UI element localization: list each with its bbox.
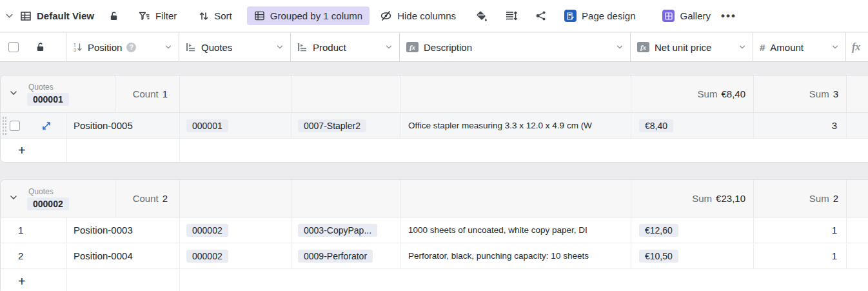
link-icon xyxy=(297,43,308,52)
column-header-net-unit-price[interactable]: fx Net unit price xyxy=(631,32,753,62)
row-head-cell[interactable]: 2 xyxy=(1,243,67,268)
column-header-amount[interactable]: # Amount xyxy=(753,32,846,62)
add-row-button[interactable]: + xyxy=(1,144,26,157)
table-row[interactable]: 1 Position-0003 000002 0003-CopyPap... 1… xyxy=(1,217,868,243)
cell-description[interactable]: Perforator, black, punching capacity: 10… xyxy=(400,243,631,268)
filter-button[interactable]: Filter xyxy=(139,10,177,21)
filter-icon xyxy=(139,11,150,21)
cell-product[interactable]: 0009-Perforator xyxy=(291,243,400,268)
cell-position[interactable]: Position-0004 xyxy=(67,243,180,268)
table-row[interactable]: Position-0005 000001 0007-Stapler2 Offic… xyxy=(1,113,868,139)
cell-product[interactable]: 0003-CopyPap... xyxy=(291,217,400,243)
paint-bucket-icon xyxy=(475,10,488,22)
cell-formula[interactable] xyxy=(847,243,868,268)
row-number: 2 xyxy=(18,250,23,261)
row-checkbox[interactable] xyxy=(10,121,20,131)
gallery-button[interactable]: Gallery xyxy=(662,10,711,22)
cell-quotes[interactable]: 000002 xyxy=(180,243,291,268)
column-menu-description[interactable] xyxy=(616,42,624,53)
group-sum-amount-cell[interactable]: Sum 3 xyxy=(754,75,847,112)
add-row[interactable]: + xyxy=(1,139,868,162)
cell-net-unit-price[interactable]: €8,40 xyxy=(631,113,754,138)
column-header-quotes[interactable]: Quotes xyxy=(179,32,291,62)
group-collapse-button[interactable] xyxy=(9,88,18,100)
share-icon xyxy=(535,10,547,21)
group-field-label: Quotes xyxy=(28,83,69,92)
group-title-cell: Quotes 000001 xyxy=(1,75,115,112)
link-chip[interactable]: 0007-Stapler2 xyxy=(298,119,366,132)
link-chip[interactable]: 000001 xyxy=(186,119,228,132)
row-expand-button[interactable] xyxy=(41,121,52,131)
group-sum-amount-cell[interactable]: Sum 2 xyxy=(754,180,847,217)
cell-quotes[interactable]: 000001 xyxy=(180,113,291,138)
color-settings-button[interactable] xyxy=(475,10,488,22)
link-chip[interactable]: 0009-Perforator xyxy=(298,250,373,263)
column-header-formula-partial[interactable]: fx xyxy=(846,32,868,62)
row-height-button[interactable] xyxy=(505,10,518,21)
row-head-cell[interactable]: 1 xyxy=(1,217,67,243)
column-menu-quotes[interactable] xyxy=(276,42,284,53)
row-number: 1 xyxy=(18,225,23,236)
price-chip: €10,50 xyxy=(639,250,678,263)
svg-text:3: 3 xyxy=(74,48,76,52)
cell-net-unit-price[interactable]: €10,50 xyxy=(631,243,754,268)
column-header-position[interactable]: 13 Position ? xyxy=(66,32,179,62)
sort-button[interactable]: Sort xyxy=(199,10,232,21)
count-value: 2 xyxy=(163,193,168,204)
column-header-description[interactable]: fx Description xyxy=(400,32,631,62)
svg-text:1: 1 xyxy=(74,43,76,47)
column-header-product[interactable]: Product xyxy=(291,32,400,62)
cell-position[interactable]: Position-0003 xyxy=(67,217,180,243)
group-title-cell: Quotes 000002 xyxy=(1,180,115,217)
chevron-down-icon xyxy=(738,43,746,51)
select-all-checkbox[interactable] xyxy=(8,42,19,52)
group-empty-cell xyxy=(180,75,291,112)
view-lock-button[interactable] xyxy=(109,11,119,21)
link-chip[interactable]: 000002 xyxy=(186,224,228,237)
cell-position[interactable]: Position-0005 xyxy=(67,113,180,138)
column-menu-product[interactable] xyxy=(385,42,393,53)
add-row-button[interactable]: + xyxy=(1,275,26,288)
cell-product[interactable]: 0007-Stapler2 xyxy=(291,113,400,138)
toolbar: Default View Filter Sort Grouped by 1 co… xyxy=(0,0,868,32)
share-button[interactable] xyxy=(535,10,547,21)
group-value-chip: 000002 xyxy=(27,197,69,210)
formula-icon: fx xyxy=(852,41,860,53)
group-empty-cell xyxy=(400,180,631,217)
sum-label: Sum xyxy=(698,88,718,99)
link-chip[interactable]: 000002 xyxy=(186,250,228,263)
expand-icon xyxy=(41,121,52,131)
link-chip[interactable]: 0003-CopyPap... xyxy=(298,224,377,237)
help-icon[interactable]: ? xyxy=(126,43,136,52)
view-selector[interactable]: Default View xyxy=(20,10,94,22)
column-menu-amount[interactable] xyxy=(831,42,839,53)
cell-description[interactable]: Office stapler measuring 3.3 x 12.0 x 4.… xyxy=(400,113,631,138)
chevron-down-icon xyxy=(9,193,18,202)
column-menu-net-unit-price[interactable] xyxy=(738,42,746,53)
sum-amount-value: 2 xyxy=(833,193,838,204)
more-options-button[interactable]: ••• xyxy=(721,10,736,23)
group-collapse-button[interactable] xyxy=(9,193,18,205)
cell-formula[interactable] xyxy=(847,113,868,138)
cell-net-unit-price[interactable]: €12,60 xyxy=(631,217,754,243)
group-sum-price-cell[interactable]: Sum €23,10 xyxy=(631,180,754,217)
group-sum-price-cell[interactable]: Sum €8,40 xyxy=(631,75,754,112)
number-icon: # xyxy=(760,42,765,53)
table-row[interactable]: 2 Position-0004 000002 0009-Perforator P… xyxy=(1,243,868,269)
cell-quotes[interactable]: 000002 xyxy=(180,217,291,243)
grouped-by-button[interactable]: Grouped by 1 column xyxy=(247,6,370,25)
cell-amount[interactable]: 3 xyxy=(754,113,847,138)
cell-amount[interactable]: 1 xyxy=(754,243,847,268)
group-empty-cell xyxy=(180,180,291,217)
formula-icon: fx xyxy=(637,42,649,52)
cell-formula[interactable] xyxy=(847,217,868,243)
grid-view-app: Default View Filter Sort Grouped by 1 co… xyxy=(0,0,868,291)
hide-columns-button[interactable]: Hide columns xyxy=(380,10,456,21)
view-collapse-chevron[interactable] xyxy=(5,12,14,20)
cell-description[interactable]: 1000 sheets of uncoated, white copy pape… xyxy=(400,217,631,243)
page-design-button[interactable]: Page design xyxy=(564,10,635,22)
add-row[interactable]: + xyxy=(1,269,868,291)
cell-amount[interactable]: 1 xyxy=(754,217,847,243)
column-menu-position[interactable] xyxy=(164,42,172,53)
drag-handle[interactable] xyxy=(2,116,7,135)
